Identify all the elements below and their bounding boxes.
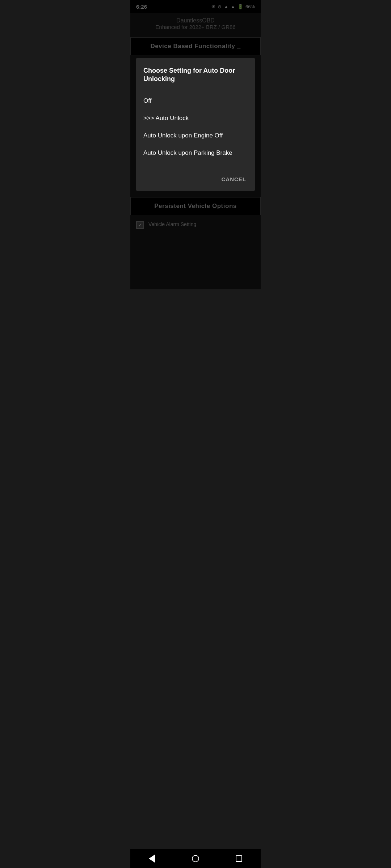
auto-unlock-dialog: Choose Setting for Auto Door Unlocking O… — [136, 58, 255, 191]
cancel-button[interactable]: CANCEL — [220, 173, 248, 185]
modal-actions: CANCEL — [143, 170, 248, 185]
option-parking-brake[interactable]: Auto Unlock upon Parking Brake — [143, 144, 248, 162]
option-auto-unlock[interactable]: >>> Auto Unlock — [143, 110, 248, 127]
option-off[interactable]: Off — [143, 92, 248, 110]
modal-overlay[interactable]: Choose Setting for Auto Door Unlocking O… — [130, 0, 261, 289]
modal-title: Choose Setting for Auto Door Unlocking — [143, 67, 248, 84]
option-engine-off[interactable]: Auto Unlock upon Engine Off — [143, 127, 248, 144]
